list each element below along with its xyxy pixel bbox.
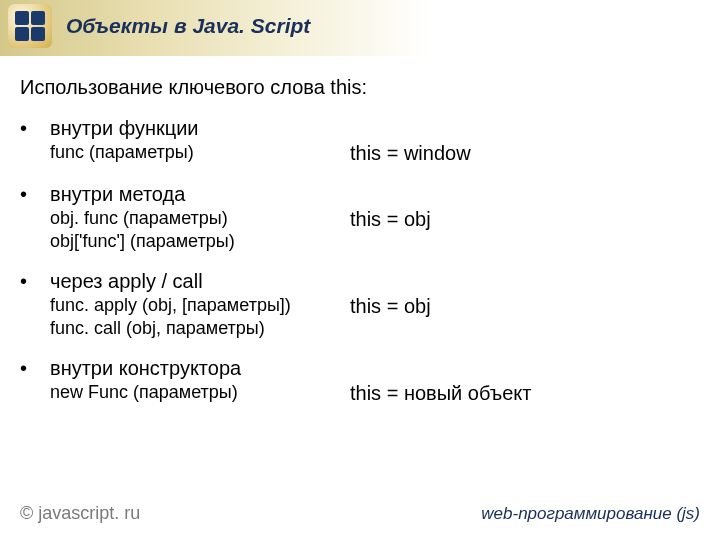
bullet-item: • внутри метода — [20, 183, 700, 206]
code-example: obj['func'] (параметры) — [50, 231, 350, 252]
detail-row: func (параметры) this = window — [20, 142, 700, 165]
bullet-heading: через apply / call — [50, 270, 700, 293]
detail-row: new Func (параметры) this = новый объект — [20, 382, 700, 405]
logo-badge — [8, 4, 52, 48]
logo-icon — [15, 11, 45, 41]
code-example: new Func (параметры) — [50, 382, 350, 405]
code-example: func. apply (obj, [параметры]) — [50, 295, 350, 318]
detail-row: func. call (obj, параметры) — [20, 318, 700, 339]
this-value: this = obj — [350, 295, 431, 318]
detail-row: func. apply (obj, [параметры]) this = ob… — [20, 295, 700, 318]
section-constructor: • внутри конструктора new Func (параметр… — [20, 357, 700, 405]
bullet-icon: • — [20, 270, 50, 293]
bullet-item: • внутри функции — [20, 117, 700, 140]
slide-title: Объекты в Java. Script — [66, 6, 720, 38]
section-apply-call: • через apply / call func. apply (obj, [… — [20, 270, 700, 339]
code-example: obj. func (параметры) — [50, 208, 350, 231]
detail-row: obj['func'] (параметры) — [20, 231, 700, 252]
this-value: this = новый объект — [350, 382, 531, 405]
section-method: • внутри метода obj. func (параметры) th… — [20, 183, 700, 252]
this-value: this = obj — [350, 208, 431, 231]
bullet-heading: внутри метода — [50, 183, 700, 206]
bullet-icon: • — [20, 117, 50, 140]
slide-content: Использование ключевого слова this: • вн… — [0, 56, 720, 405]
course-label: web-программирование (js) — [481, 504, 700, 524]
slide-header: Объекты в Java. Script — [0, 0, 720, 56]
bullet-item: • внутри конструктора — [20, 357, 700, 380]
bullet-heading: внутри конструктора — [50, 357, 700, 380]
copyright-text: © javascript. ru — [20, 503, 140, 524]
section-function: • внутри функции func (параметры) this =… — [20, 117, 700, 165]
detail-row: obj. func (параметры) this = obj — [20, 208, 700, 231]
bullet-icon: • — [20, 183, 50, 206]
code-example: func. call (obj, параметры) — [50, 318, 350, 339]
bullet-item: • через apply / call — [20, 270, 700, 293]
bullet-heading: внутри функции — [50, 117, 700, 140]
intro-text: Использование ключевого слова this: — [20, 76, 700, 99]
slide-footer: © javascript. ru web-программирование (j… — [20, 503, 700, 524]
this-value: this = window — [350, 142, 471, 165]
code-example: func (параметры) — [50, 142, 350, 165]
bullet-icon: • — [20, 357, 50, 380]
